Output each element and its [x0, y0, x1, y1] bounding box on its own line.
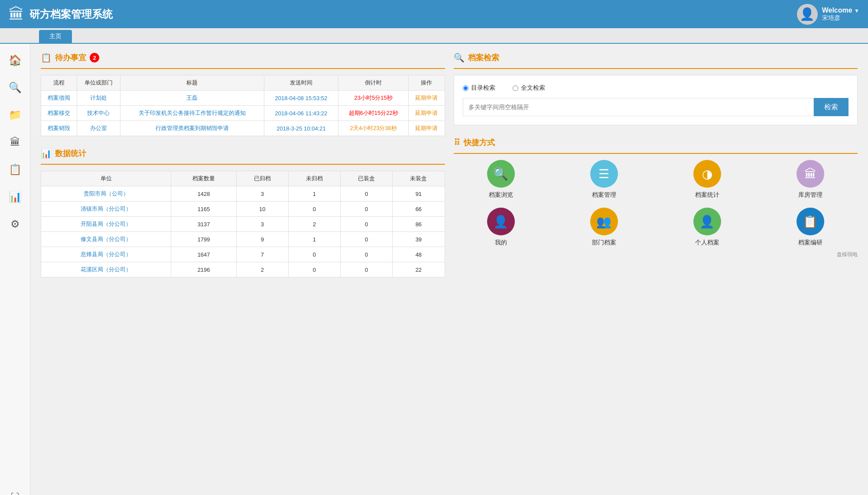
stats-total: 1799 — [171, 232, 236, 247]
stats-unit[interactable]: 花溪区局（分公司） — [41, 262, 171, 277]
shortcut-icon: ◑ — [693, 160, 721, 188]
shortcut-icon: 🏛 — [796, 160, 824, 188]
shortcuts-title: ⠿ 快捷方式 — [454, 137, 858, 148]
todo-process[interactable]: 档案移交 — [41, 106, 77, 121]
main-layout: 🏠 🔍 📁 🏛 📋 📊 ⚙ ⛶ 📋 待办事宜 2 — [0, 44, 868, 495]
col-title: 标题 — [120, 75, 264, 91]
shortcut-item[interactable]: 👥 部门档案 — [557, 208, 651, 247]
stats-unboxed: 66 — [393, 202, 445, 217]
stats-total: 3137 — [171, 217, 236, 232]
brand-footer: 盘棌弱电 — [454, 251, 858, 258]
todo-title[interactable]: 行政管理类档案到期销毁申请 — [120, 121, 264, 136]
todo-section: 📋 待办事宜 2 流程 单位或部门 标题 发送时间 倒计时 操作 — [41, 52, 445, 136]
search-input[interactable] — [463, 98, 814, 116]
shortcut-item[interactable]: 👤 个人档案 — [660, 208, 754, 247]
app-header: 🏛 研方档案管理系统 👤 Welcome ▼ 宋培彦 — [0, 0, 868, 28]
shortcut-label: 部门档案 — [592, 239, 616, 247]
data-stats-section: 📊 数据统计 单位档案数量已归档未归档已装盒未装盒 贵阳市局（公司） 1428 … — [41, 148, 445, 277]
shortcut-item[interactable]: 👤 我的 — [454, 208, 548, 247]
stats-table-row: 贵阳市局（公司） 1428 3 1 0 91 — [41, 186, 445, 202]
stats-unfiled: 1 — [288, 186, 340, 202]
stats-table-row: 花溪区局（分公司） 2196 2 0 0 22 — [41, 262, 445, 277]
stats-col-header: 单位 — [41, 171, 171, 186]
stats-total: 2196 — [171, 262, 236, 277]
shortcut-item[interactable]: 📋 档案编研 — [763, 208, 858, 247]
stats-table-row: 修文县局（分公司） 1799 9 1 0 39 — [41, 232, 445, 247]
username-label: 宋培彦 — [822, 14, 840, 22]
header-logo-area: 🏛 研方档案管理系统 — [9, 5, 113, 23]
sidebar-item-search[interactable]: 🔍 — [2, 75, 28, 99]
option-fulltext[interactable]: 全文检索 — [513, 84, 545, 92]
shortcuts-divider — [454, 153, 858, 154]
shortcuts-grid: 🔍 档案浏览 ☰ 档案管理 ◑ 档案统计 🏛 库房管理 👤 我的 👥 部门档案 … — [454, 160, 858, 247]
todo-table-row: 档案销毁 办公室 行政管理类档案到期销毁申请 2018-3-25 10:04:2… — [41, 121, 445, 136]
shortcuts-icon: ⠿ — [454, 137, 460, 148]
sidebar-expand-icon[interactable]: ⛶ — [11, 492, 20, 495]
shortcut-label: 档案编研 — [798, 239, 822, 247]
avatar: 👤 — [797, 4, 818, 25]
stats-filed: 9 — [236, 232, 288, 247]
search-title-icon: 🔍 — [454, 52, 465, 63]
sidebar-item-settings[interactable]: ⚙ — [2, 212, 28, 236]
stats-unfiled: 2 — [288, 217, 340, 232]
shortcut-label: 档案管理 — [592, 191, 616, 199]
stats-table: 单位档案数量已归档未归档已装盒未装盒 贵阳市局（公司） 1428 3 1 0 9… — [41, 171, 445, 277]
stats-unit[interactable]: 修文县局（分公司） — [41, 232, 171, 247]
sidebar-item-archive[interactable]: 🏛 — [2, 130, 28, 154]
todo-dept[interactable]: 计划处 — [77, 91, 120, 106]
right-column: 🔍 档案检索 目录检索 全文检索 — [454, 52, 858, 495]
todo-dept[interactable]: 技术中心 — [77, 106, 120, 121]
todo-action[interactable]: 延期申请 — [409, 121, 445, 136]
stats-unfiled: 0 — [288, 202, 340, 217]
shortcut-label: 档案统计 — [695, 191, 719, 199]
search-divider — [454, 68, 858, 69]
todo-action[interactable]: 延期申请 — [409, 91, 445, 106]
todo-countdown: 超期6小时15分22秒 — [338, 106, 409, 121]
stats-boxed: 0 — [341, 202, 393, 217]
radio-directory[interactable] — [463, 85, 468, 91]
shortcut-item[interactable]: 🔍 档案浏览 — [454, 160, 548, 199]
shortcut-item[interactable]: ☰ 档案管理 — [557, 160, 651, 199]
todo-title[interactable]: 关于印发机关公务接待工作暂行规定的通知 — [120, 106, 264, 121]
shortcuts-section: ⠿ 快捷方式 🔍 档案浏览 ☰ 档案管理 ◑ 档案统计 🏛 库房管理 👤 我的 … — [454, 137, 858, 247]
sidebar-item-home[interactable]: 🏠 — [2, 48, 28, 72]
sidebar-item-stats[interactable]: 📊 — [2, 185, 28, 208]
todo-badge: 2 — [90, 53, 99, 62]
welcome-label: Welcome ▼ — [822, 7, 859, 14]
main-content: 📋 待办事宜 2 流程 单位或部门 标题 发送时间 倒计时 操作 — [30, 44, 868, 495]
search-options: 目录检索 全文检索 — [463, 84, 849, 92]
shortcut-label: 档案浏览 — [489, 191, 513, 199]
todo-action[interactable]: 延期申请 — [409, 106, 445, 121]
stats-col-header: 未装盒 — [393, 171, 445, 186]
tab-home[interactable]: 主页 — [39, 30, 72, 43]
shortcut-item[interactable]: 🏛 库房管理 — [763, 160, 858, 199]
stats-unit[interactable]: 贵阳市局（公司） — [41, 186, 171, 202]
todo-process[interactable]: 档案借阅 — [41, 91, 77, 106]
stats-unit[interactable]: 开阳县局（分公司） — [41, 217, 171, 232]
shortcut-item[interactable]: ◑ 档案统计 — [660, 160, 754, 199]
shortcut-label: 库房管理 — [798, 191, 822, 199]
todo-divider — [41, 68, 445, 69]
option-directory[interactable]: 目录检索 — [463, 84, 495, 92]
todo-dept[interactable]: 办公室 — [77, 121, 120, 136]
todo-process[interactable]: 档案销毁 — [41, 121, 77, 136]
todo-title[interactable]: 王磊 — [120, 91, 264, 106]
header-user-area[interactable]: 👤 Welcome ▼ 宋培彦 — [797, 4, 859, 25]
col-sendtime: 发送时间 — [264, 75, 338, 91]
left-column: 📋 待办事宜 2 流程 单位或部门 标题 发送时间 倒计时 操作 — [41, 52, 445, 495]
app-title: 研方档案管理系统 — [29, 7, 113, 21]
radio-fulltext[interactable] — [513, 85, 518, 91]
stats-unit[interactable]: 清镇市局（分公司） — [41, 202, 171, 217]
stats-title: 📊 数据统计 — [41, 148, 445, 159]
stats-filed: 2 — [236, 262, 288, 277]
stats-unboxed: 86 — [393, 217, 445, 232]
shortcut-icon: 👤 — [693, 208, 721, 235]
stats-icon: 📊 — [41, 148, 52, 159]
todo-icon: 📋 — [41, 52, 52, 63]
stats-col-header: 已归档 — [236, 171, 288, 186]
search-button[interactable]: 检索 — [814, 98, 848, 116]
sidebar-item-list[interactable]: 📋 — [2, 157, 28, 181]
stats-unit[interactable]: 息烽县局（分公司） — [41, 247, 171, 262]
stats-table-row: 清镇市局（分公司） 1165 10 0 0 66 — [41, 202, 445, 217]
sidebar-item-folder[interactable]: 📁 — [2, 103, 28, 127]
